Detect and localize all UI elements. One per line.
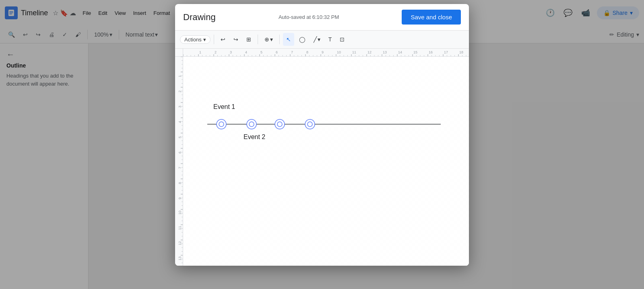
svg-text:3: 3: [230, 50, 232, 54]
svg-text:3: 3: [178, 106, 182, 108]
drawing-dialog: Drawing Auto-saved at 6:10:32 PM Save an…: [175, 4, 469, 266]
dialog-header: Drawing Auto-saved at 6:10:32 PM Save an…: [175, 4, 469, 31]
ruler-vertical: 123456789101112131415: [175, 57, 183, 266]
svg-text:12: 12: [178, 241, 182, 245]
line-chevron-icon: ▾: [318, 36, 320, 43]
save-and-close-button[interactable]: Save and close: [402, 10, 461, 25]
svg-text:6: 6: [276, 50, 278, 54]
arrange-icon: ⊞: [246, 36, 251, 43]
undo-icon: ↩: [221, 36, 225, 43]
zoom-chevron-icon: ▾: [270, 36, 273, 43]
textbox-icon: T: [328, 36, 332, 43]
dt-zoom-btn[interactable]: ⊕ ▾: [261, 33, 276, 46]
svg-text:2: 2: [178, 90, 182, 92]
ruler-horizontal: 12345678910111213141516171819: [183, 49, 469, 57]
svg-text:1: 1: [199, 50, 201, 54]
svg-text:7: 7: [291, 50, 293, 54]
timeline-svg: Event 1: [183, 57, 469, 266]
dt-redo-btn[interactable]: ↪: [230, 33, 242, 46]
svg-text:16: 16: [429, 50, 433, 54]
svg-text:7: 7: [178, 167, 182, 169]
svg-text:10: 10: [178, 211, 182, 215]
svg-text:9: 9: [178, 197, 182, 199]
svg-text:5: 5: [260, 50, 262, 54]
drawing-toolbar: Actions ▾ ↩ ↪ ⊞ ⊕ ▾ ↖ ◯ ╱ ▾ T: [175, 31, 469, 49]
svg-text:4: 4: [178, 121, 182, 123]
timeline-node-2[interactable]: [247, 119, 256, 129]
ruler-corner: [175, 49, 183, 57]
canvas-inner: Event 1: [183, 57, 469, 266]
event1-label: Event 1: [213, 103, 235, 110]
svg-text:6: 6: [178, 152, 182, 154]
timeline-node-3[interactable]: [275, 119, 285, 129]
svg-text:12: 12: [367, 50, 372, 54]
dialog-title: Drawing: [183, 12, 216, 23]
ruler-h-svg: 12345678910111213141516171819: [183, 49, 469, 57]
svg-text:5: 5: [178, 136, 182, 138]
dialog-autosave: Auto-saved at 6:10:32 PM: [222, 14, 396, 20]
canvas-top-row: 12345678910111213141516171819: [175, 49, 469, 57]
dt-divider-3: [279, 35, 280, 44]
svg-text:15: 15: [413, 50, 417, 54]
image-icon: ⊡: [340, 36, 345, 43]
dt-image-btn[interactable]: ⊡: [336, 33, 348, 46]
svg-text:13: 13: [178, 256, 182, 260]
redo-icon: ↪: [233, 36, 238, 43]
svg-text:1: 1: [178, 75, 182, 77]
svg-text:11: 11: [178, 226, 182, 230]
dt-shapes-btn[interactable]: ◯: [296, 33, 309, 46]
svg-text:11: 11: [352, 50, 356, 54]
timeline-node-4[interactable]: [305, 119, 315, 129]
line-icon: ╱: [314, 36, 317, 43]
shapes-icon: ◯: [299, 36, 305, 43]
svg-text:8: 8: [306, 50, 308, 54]
actions-chevron-icon: ▾: [203, 37, 206, 43]
dt-textbox-btn[interactable]: T: [325, 33, 335, 46]
dt-divider-2: [258, 35, 258, 44]
actions-label: Actions: [184, 37, 202, 43]
dt-divider-1: [214, 35, 214, 44]
dt-line-btn[interactable]: ╱ ▾: [310, 33, 324, 46]
svg-text:4: 4: [245, 50, 247, 54]
svg-text:17: 17: [444, 50, 448, 54]
svg-text:8: 8: [178, 182, 182, 184]
svg-text:10: 10: [337, 50, 341, 54]
svg-text:9: 9: [322, 50, 324, 54]
canvas-area[interactable]: 12345678910111213141516171819 1234567891…: [175, 49, 469, 266]
svg-text:13: 13: [383, 50, 387, 54]
dt-select-btn[interactable]: ↖: [283, 33, 294, 46]
event2-label: Event 2: [244, 133, 265, 140]
ruler-v-svg: 123456789101112131415: [175, 57, 183, 266]
dt-undo-btn[interactable]: ↩: [217, 33, 229, 46]
zoom-icon: ⊕: [264, 36, 269, 43]
select-cursor-icon: ↖: [286, 36, 291, 43]
svg-text:18: 18: [459, 50, 463, 54]
svg-text:2: 2: [215, 50, 217, 54]
actions-menu[interactable]: Actions ▾: [180, 35, 211, 44]
timeline-node-1[interactable]: [217, 119, 226, 129]
canvas-main-row: 123456789101112131415 Event 1: [175, 57, 469, 266]
svg-text:14: 14: [398, 50, 402, 54]
drawing-canvas[interactable]: Event 1: [183, 57, 469, 266]
dt-arrange-btn[interactable]: ⊞: [243, 33, 254, 46]
